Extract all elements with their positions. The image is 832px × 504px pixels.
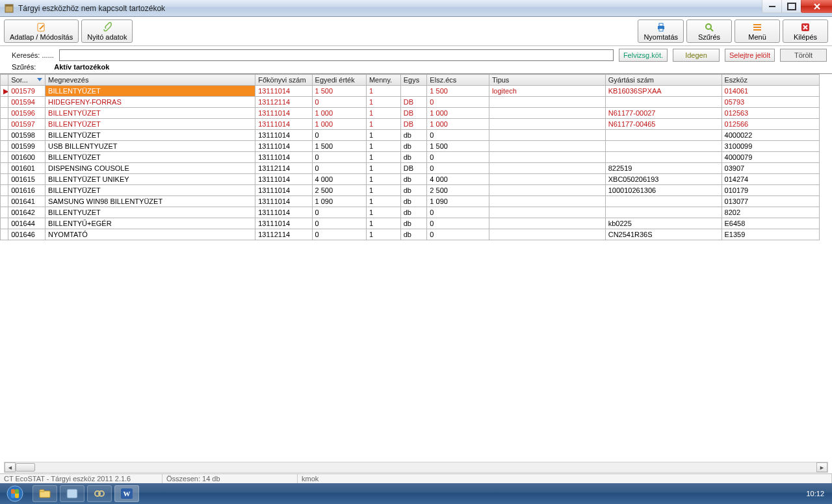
cell[interactable]: 1 090 [312, 196, 366, 207]
cell[interactable]: 8202 [722, 207, 819, 218]
table-row[interactable]: 001641SAMSUNG WIN98 BILLENTYÜZET13111014… [1, 196, 820, 207]
table-row[interactable]: ▶001579BILLENTYÜZET131110141 50011 500lo… [1, 86, 820, 97]
cell[interactable]: db [400, 229, 427, 240]
cell[interactable]: 1 500 [427, 141, 489, 152]
cell[interactable]: 4 000 [427, 174, 489, 185]
szures-button[interactable]: Szűrés [686, 19, 732, 43]
cell[interactable]: 1 [366, 218, 400, 229]
cell[interactable]: 13111014 [255, 130, 312, 141]
cell[interactable]: 0 [427, 97, 489, 108]
cell[interactable]: 0 [312, 163, 366, 174]
cell[interactable]: DB [400, 97, 427, 108]
cell[interactable]: 13111014 [255, 141, 312, 152]
cell[interactable] [489, 108, 605, 119]
cell[interactable]: 13111014 [255, 152, 312, 163]
taskbar-item-app1[interactable] [60, 485, 84, 502]
cell[interactable]: 13111014 [255, 174, 312, 185]
cell[interactable] [489, 174, 605, 185]
menu-button[interactable]: Menü [734, 19, 780, 43]
cell[interactable] [489, 207, 605, 218]
cell[interactable]: N61177-00465 [605, 119, 722, 130]
cell[interactable]: BILLENTYÜZET [46, 108, 255, 119]
cell[interactable]: 001598 [8, 130, 46, 141]
col-megnevezes[interactable]: Megnevezés [46, 75, 255, 86]
cell[interactable]: 1 090 [427, 196, 489, 207]
cell[interactable]: 014274 [722, 174, 819, 185]
cell[interactable]: 0 [427, 207, 489, 218]
cell[interactable]: 4000079 [722, 152, 819, 163]
cell[interactable]: 1 000 [312, 119, 366, 130]
cell[interactable]: 001646 [8, 229, 46, 240]
cell[interactable]: 822519 [605, 163, 722, 174]
cell[interactable] [1, 141, 8, 152]
cell[interactable]: 1 [366, 229, 400, 240]
window-close-button[interactable] [801, 0, 832, 13]
cell[interactable]: db [400, 130, 427, 141]
cell[interactable]: 3100099 [722, 141, 819, 152]
cell[interactable]: 001597 [8, 119, 46, 130]
cell[interactable]: 0 [427, 218, 489, 229]
cell[interactable]: 0 [312, 207, 366, 218]
cell[interactable]: DB [400, 163, 427, 174]
cell[interactable] [489, 130, 605, 141]
cell[interactable]: 001616 [8, 185, 46, 196]
cell[interactable] [605, 97, 722, 108]
cell[interactable]: 0 [427, 152, 489, 163]
cell[interactable] [1, 229, 8, 240]
cell[interactable]: E1359 [722, 229, 819, 240]
cell[interactable]: 010179 [722, 185, 819, 196]
cell[interactable]: 001601 [8, 163, 46, 174]
cell[interactable]: 0 [312, 130, 366, 141]
cell[interactable]: db [400, 152, 427, 163]
cell[interactable]: 013077 [722, 196, 819, 207]
col-menny[interactable]: Menny. [366, 75, 400, 86]
cell[interactable]: 001596 [8, 108, 46, 119]
cell[interactable]: 4000022 [722, 130, 819, 141]
cell[interactable] [605, 130, 722, 141]
cell[interactable]: 001615 [8, 174, 46, 185]
cell[interactable] [1, 207, 8, 218]
cell[interactable]: DISPENSING COUSOLE [46, 163, 255, 174]
cell[interactable]: 012566 [722, 119, 819, 130]
cell[interactable]: KB16036SPXAA [605, 86, 722, 97]
cell[interactable]: 001599 [8, 141, 46, 152]
cell[interactable]: 4 000 [312, 174, 366, 185]
cell[interactable]: 1 [366, 119, 400, 130]
cell[interactable] [489, 97, 605, 108]
cell[interactable]: 13111014 [255, 86, 312, 97]
cell[interactable]: 014061 [722, 86, 819, 97]
table-row[interactable]: 001598BILLENTYÜZET1311101401db04000022 [1, 130, 820, 141]
window-maximize-button[interactable] [781, 0, 801, 13]
cell[interactable]: 1 [366, 86, 400, 97]
table-row[interactable]: 001615BILLENTYÜZET UNIKEY131110144 0001d… [1, 174, 820, 185]
cell[interactable] [1, 218, 8, 229]
cell[interactable] [1, 108, 8, 119]
cell[interactable]: 05793 [722, 97, 819, 108]
taskbar-item-app2[interactable] [87, 485, 112, 502]
cell[interactable]: HIDEGFENY-FORRAS [46, 97, 255, 108]
cell[interactable]: XBC050206193 [605, 174, 722, 185]
adatlap-modositas-button[interactable]: Adatlap / Módosítás [4, 19, 79, 43]
cell[interactable]: 1 [366, 141, 400, 152]
cell[interactable]: 001594 [8, 97, 46, 108]
system-tray[interactable]: 10:12 [806, 490, 829, 498]
cell[interactable]: 13112114 [255, 97, 312, 108]
cell[interactable]: 13111014 [255, 196, 312, 207]
cell[interactable] [605, 141, 722, 152]
cell[interactable]: 0 [312, 152, 366, 163]
cell[interactable]: BILLENTYÜZET UNIKEY [46, 174, 255, 185]
cell[interactable] [489, 163, 605, 174]
cell[interactable] [489, 141, 605, 152]
table-row[interactable]: 001646NYOMTATÓ1311211401db0CN2541R36SE13… [1, 229, 820, 240]
col-marker[interactable] [1, 75, 8, 86]
cell[interactable]: 001641 [8, 196, 46, 207]
cell[interactable]: ▶ [1, 86, 8, 97]
cell[interactable]: 001600 [8, 152, 46, 163]
cell[interactable]: BILLENTYÜZET [46, 86, 255, 97]
cell[interactable]: BILLENTYUZET [46, 207, 255, 218]
cell[interactable] [489, 152, 605, 163]
window-minimize-button[interactable] [762, 0, 781, 13]
cell[interactable]: 1 [366, 108, 400, 119]
cell[interactable] [605, 207, 722, 218]
cell[interactable]: 012563 [722, 108, 819, 119]
